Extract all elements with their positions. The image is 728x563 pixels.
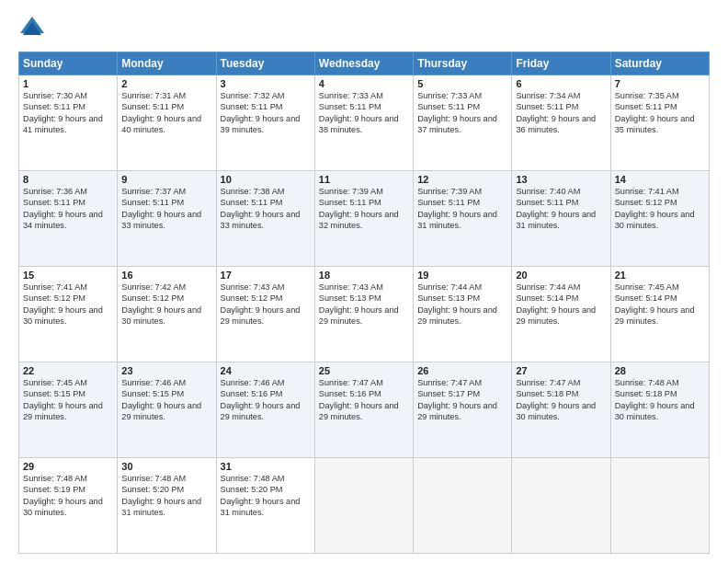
calendar-cell: 11Sunrise: 7:39 AMSunset: 5:11 PMDayligh…	[314, 171, 413, 267]
day-number: 18	[319, 270, 409, 281]
day-number: 16	[121, 270, 211, 281]
cell-info: Sunrise: 7:39 AMSunset: 5:11 PMDaylight:…	[319, 186, 409, 232]
day-number: 5	[417, 78, 507, 89]
day-number: 25	[319, 365, 409, 376]
day-number: 24	[221, 365, 311, 376]
calendar-week-row: 15Sunrise: 7:41 AMSunset: 5:12 PMDayligh…	[19, 267, 710, 362]
cell-info: Sunrise: 7:36 AMSunset: 5:11 PMDaylight:…	[23, 186, 113, 232]
day-number: 11	[319, 174, 409, 185]
calendar-cell: 10Sunrise: 7:38 AMSunset: 5:11 PMDayligh…	[216, 171, 314, 267]
cell-info: Sunrise: 7:41 AMSunset: 5:12 PMDaylight:…	[23, 282, 113, 327]
day-number: 10	[221, 174, 311, 185]
calendar-cell: 25Sunrise: 7:47 AMSunset: 5:16 PMDayligh…	[314, 362, 413, 458]
cell-info: Sunrise: 7:30 AMSunset: 5:11 PMDaylight:…	[23, 90, 113, 136]
cell-info: Sunrise: 7:34 AMSunset: 5:11 PMDaylight:…	[516, 90, 606, 136]
day-number: 28	[615, 365, 705, 376]
calendar-cell: 15Sunrise: 7:41 AMSunset: 5:12 PMDayligh…	[19, 267, 118, 362]
calendar-cell: 17Sunrise: 7:43 AMSunset: 5:12 PMDayligh…	[216, 267, 314, 362]
calendar-header-row: SundayMondayTuesdayWednesdayThursdayFrid…	[19, 52, 710, 75]
calendar-week-row: 8Sunrise: 7:36 AMSunset: 5:11 PMDaylight…	[19, 171, 710, 267]
cell-info: Sunrise: 7:47 AMSunset: 5:18 PMDaylight:…	[516, 377, 606, 423]
cell-info: Sunrise: 7:48 AMSunset: 5:20 PMDaylight:…	[121, 473, 211, 519]
day-number: 13	[516, 174, 606, 185]
day-number: 1	[23, 78, 113, 89]
cell-info: Sunrise: 7:41 AMSunset: 5:12 PMDaylight:…	[615, 186, 705, 232]
calendar-cell: 24Sunrise: 7:46 AMSunset: 5:16 PMDayligh…	[216, 362, 314, 458]
calendar-header-monday: Monday	[118, 52, 216, 75]
calendar-cell: 16Sunrise: 7:42 AMSunset: 5:12 PMDayligh…	[118, 267, 216, 362]
cell-info: Sunrise: 7:48 AMSunset: 5:19 PMDaylight:…	[23, 473, 113, 519]
calendar-header-sunday: Sunday	[19, 52, 118, 75]
day-number: 14	[615, 174, 705, 185]
calendar-cell: 26Sunrise: 7:47 AMSunset: 5:17 PMDayligh…	[414, 362, 512, 458]
calendar-cell: 12Sunrise: 7:39 AMSunset: 5:11 PMDayligh…	[414, 171, 512, 267]
cell-info: Sunrise: 7:38 AMSunset: 5:11 PMDaylight:…	[221, 186, 311, 232]
calendar-week-row: 22Sunrise: 7:45 AMSunset: 5:15 PMDayligh…	[19, 362, 710, 458]
calendar-cell: 19Sunrise: 7:44 AMSunset: 5:13 PMDayligh…	[414, 267, 512, 362]
day-number: 7	[615, 78, 705, 89]
calendar-cell: 5Sunrise: 7:33 AMSunset: 5:11 PMDaylight…	[414, 75, 512, 171]
day-number: 6	[516, 78, 606, 89]
calendar-cell: 2Sunrise: 7:31 AMSunset: 5:11 PMDaylight…	[118, 75, 216, 171]
page: SundayMondayTuesdayWednesdayThursdayFrid…	[0, 0, 728, 563]
cell-info: Sunrise: 7:44 AMSunset: 5:13 PMDaylight:…	[417, 282, 507, 327]
day-number: 30	[121, 461, 211, 472]
cell-info: Sunrise: 7:44 AMSunset: 5:14 PMDaylight:…	[516, 282, 606, 327]
calendar-cell: 1Sunrise: 7:30 AMSunset: 5:11 PMDaylight…	[19, 75, 118, 171]
calendar-cell: 21Sunrise: 7:45 AMSunset: 5:14 PMDayligh…	[610, 267, 709, 362]
calendar-header-friday: Friday	[512, 52, 610, 75]
cell-info: Sunrise: 7:46 AMSunset: 5:15 PMDaylight:…	[121, 377, 211, 423]
day-number: 3	[221, 78, 311, 89]
cell-info: Sunrise: 7:45 AMSunset: 5:14 PMDaylight:…	[615, 282, 705, 327]
cell-info: Sunrise: 7:42 AMSunset: 5:12 PMDaylight:…	[121, 282, 211, 327]
day-number: 9	[121, 174, 211, 185]
cell-info: Sunrise: 7:45 AMSunset: 5:15 PMDaylight:…	[23, 377, 113, 423]
day-number: 4	[319, 78, 409, 89]
calendar-header-wednesday: Wednesday	[314, 52, 413, 75]
calendar-cell	[314, 458, 413, 554]
cell-info: Sunrise: 7:47 AMSunset: 5:16 PMDaylight:…	[319, 377, 409, 423]
calendar-cell: 14Sunrise: 7:41 AMSunset: 5:12 PMDayligh…	[610, 171, 709, 267]
cell-info: Sunrise: 7:35 AMSunset: 5:11 PMDaylight:…	[615, 90, 705, 136]
cell-info: Sunrise: 7:46 AMSunset: 5:16 PMDaylight:…	[221, 377, 311, 423]
cell-info: Sunrise: 7:37 AMSunset: 5:11 PMDaylight:…	[121, 186, 211, 232]
day-number: 23	[121, 365, 211, 376]
calendar-header-tuesday: Tuesday	[216, 52, 314, 75]
calendar-header-saturday: Saturday	[610, 52, 709, 75]
calendar-cell: 18Sunrise: 7:43 AMSunset: 5:13 PMDayligh…	[314, 267, 413, 362]
cell-info: Sunrise: 7:43 AMSunset: 5:12 PMDaylight:…	[221, 282, 311, 327]
cell-info: Sunrise: 7:33 AMSunset: 5:11 PMDaylight:…	[319, 90, 409, 136]
calendar-cell: 8Sunrise: 7:36 AMSunset: 5:11 PMDaylight…	[19, 171, 118, 267]
day-number: 22	[23, 365, 113, 376]
calendar-cell: 27Sunrise: 7:47 AMSunset: 5:18 PMDayligh…	[512, 362, 610, 458]
calendar-cell	[512, 458, 610, 554]
cell-info: Sunrise: 7:32 AMSunset: 5:11 PMDaylight:…	[221, 90, 311, 136]
day-number: 15	[23, 270, 113, 281]
cell-info: Sunrise: 7:40 AMSunset: 5:11 PMDaylight:…	[516, 186, 606, 232]
calendar-table: SundayMondayTuesdayWednesdayThursdayFrid…	[18, 52, 710, 554]
cell-info: Sunrise: 7:33 AMSunset: 5:11 PMDaylight:…	[417, 90, 507, 136]
header	[18, 15, 710, 42]
day-number: 19	[417, 270, 507, 281]
calendar-week-row: 1Sunrise: 7:30 AMSunset: 5:11 PMDaylight…	[19, 75, 710, 171]
cell-info: Sunrise: 7:48 AMSunset: 5:18 PMDaylight:…	[615, 377, 705, 423]
calendar-cell: 6Sunrise: 7:34 AMSunset: 5:11 PMDaylight…	[512, 75, 610, 171]
calendar-cell	[610, 458, 709, 554]
calendar-cell: 7Sunrise: 7:35 AMSunset: 5:11 PMDaylight…	[610, 75, 709, 171]
day-number: 2	[121, 78, 211, 89]
day-number: 27	[516, 365, 606, 376]
day-number: 17	[221, 270, 311, 281]
day-number: 8	[23, 174, 113, 185]
calendar-header-thursday: Thursday	[414, 52, 512, 75]
day-number: 31	[221, 461, 311, 472]
logo-icon	[18, 15, 46, 42]
calendar-cell: 29Sunrise: 7:48 AMSunset: 5:19 PMDayligh…	[19, 458, 118, 554]
day-number: 12	[417, 174, 507, 185]
logo	[18, 15, 50, 42]
calendar-cell: 22Sunrise: 7:45 AMSunset: 5:15 PMDayligh…	[19, 362, 118, 458]
calendar-cell: 30Sunrise: 7:48 AMSunset: 5:20 PMDayligh…	[118, 458, 216, 554]
calendar-cell: 23Sunrise: 7:46 AMSunset: 5:15 PMDayligh…	[118, 362, 216, 458]
cell-info: Sunrise: 7:39 AMSunset: 5:11 PMDaylight:…	[417, 186, 507, 232]
day-number: 20	[516, 270, 606, 281]
calendar-cell: 31Sunrise: 7:48 AMSunset: 5:20 PMDayligh…	[216, 458, 314, 554]
